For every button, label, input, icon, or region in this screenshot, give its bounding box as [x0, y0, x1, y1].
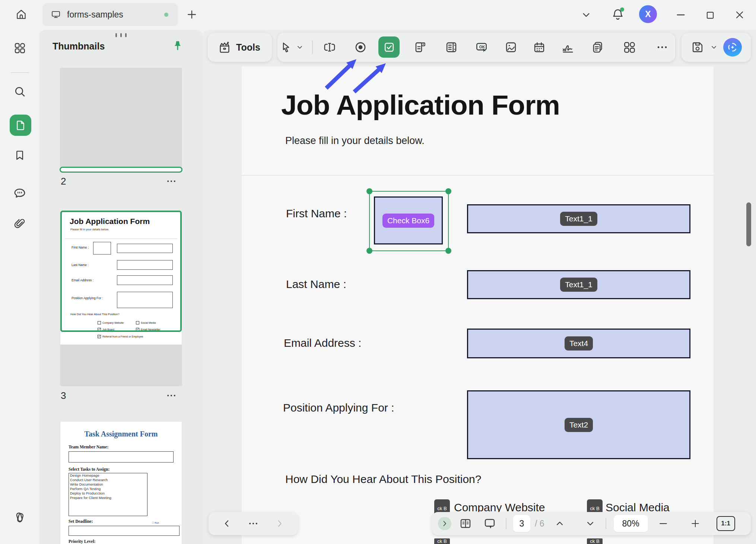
bookmarks-button[interactable] [13, 149, 26, 161]
zoom-in-button[interactable] [690, 518, 701, 529]
next-page-button[interactable] [585, 518, 596, 529]
document-tab[interactable]: forms-samples [42, 3, 178, 26]
prev-page-button[interactable] [221, 518, 232, 529]
comment-icon [13, 186, 27, 200]
ai-assistant-button[interactable] [723, 38, 742, 57]
text-field-last-name[interactable]: Text1_1 [467, 270, 690, 299]
task-field-label: Team Member Name: [69, 445, 108, 449]
zoom-level-input[interactable]: 80% [614, 515, 648, 532]
titlebar: forms-samples X [0, 0, 756, 30]
listbox-tool-button[interactable] [444, 40, 458, 54]
list-item: Deploy to Producction [69, 491, 147, 496]
thumbnails-panel-button[interactable] [10, 115, 31, 136]
zoom-out-button[interactable] [658, 518, 669, 529]
checkbox-icon [382, 41, 396, 54]
presentation-mode-button[interactable] [483, 516, 497, 531]
pin-panel-button[interactable] [172, 39, 184, 51]
select-tool-dropdown[interactable] [296, 43, 304, 51]
save-group [682, 33, 751, 62]
attachments-button[interactable] [13, 217, 26, 231]
close-button[interactable] [734, 9, 746, 21]
plus-icon [690, 518, 701, 529]
swatches-icon [13, 510, 27, 524]
text-field-first-name[interactable]: Text1_1 [467, 204, 690, 233]
arrange-fields-button[interactable] [622, 40, 636, 54]
bookmark-icon [13, 149, 26, 161]
paste-fields-button[interactable] [591, 40, 605, 54]
chevron-down-icon[interactable] [710, 43, 718, 51]
dropdown-tool-button[interactable] [413, 40, 427, 54]
text-field-position[interactable]: Text2 [467, 390, 690, 459]
search-button[interactable] [13, 85, 26, 98]
more-tools-button[interactable] [656, 41, 668, 54]
checkbox-field-partial[interactable]: ck B [434, 499, 450, 513]
pdf-page: Job Application Form Please fill in your… [242, 67, 714, 544]
ellipsis-icon [166, 176, 177, 187]
signature-field-tool-button[interactable] [560, 40, 575, 55]
checkbox-tool-button-active[interactable] [378, 36, 400, 58]
previous-page-button[interactable] [554, 518, 565, 529]
page-layout-button[interactable] [459, 517, 472, 530]
text-field-tool-button[interactable] [323, 40, 337, 54]
page-number-input[interactable]: 3 [513, 515, 530, 532]
avatar[interactable]: X [639, 5, 657, 23]
radio-button-tool-button[interactable] [353, 40, 368, 54]
resize-handle-nw[interactable] [366, 188, 372, 194]
task-input [69, 451, 174, 463]
expand-bar-button[interactable] [438, 517, 451, 530]
resize-handle-se[interactable] [445, 248, 451, 254]
maximize-button[interactable] [705, 10, 716, 21]
page-options-button[interactable] [248, 518, 259, 529]
rail-divider [11, 72, 29, 73]
push-button-tool-button[interactable] [474, 40, 489, 54]
checkbox-field-sliver: ck B [587, 538, 603, 544]
checkbox-field-badge: Check Box6 [382, 214, 434, 228]
select-tool-button[interactable] [279, 41, 292, 54]
pdf-editor-window: forms-samples X Thumbnails 2 Job [0, 0, 756, 544]
image-field-icon [504, 40, 518, 54]
theme-button[interactable] [13, 510, 27, 524]
page-total: / 6 [535, 519, 544, 529]
save-icon[interactable] [690, 40, 705, 54]
heading-how-did-you-hear: How Did You Hear About This Position? [285, 473, 481, 486]
page-2-thumbnail[interactable] [60, 68, 182, 167]
chevron-down-icon [296, 43, 304, 51]
new-tab-button[interactable] [185, 8, 198, 21]
maximize-icon [705, 10, 716, 21]
panel-drag-handle[interactable] [115, 33, 127, 37]
resize-handle-ne[interactable] [445, 188, 451, 194]
minimize-button[interactable] [675, 9, 687, 21]
chevron-left-icon [221, 518, 232, 529]
text-field-email[interactable]: Text4 [467, 329, 690, 358]
presentation-icon [483, 516, 497, 531]
field-badge: Text1_1 [560, 212, 597, 226]
apps-menu-button[interactable] [13, 41, 26, 55]
task-field-label: Select Tasks to Assign: [69, 467, 109, 471]
paperclip-icon [13, 217, 26, 231]
field-badge: Text4 [565, 336, 593, 351]
checkbox-field-partial[interactable]: ck B [587, 499, 603, 513]
dropdown-field-icon [413, 40, 427, 54]
page-2-menu-button[interactable] [166, 176, 177, 187]
checkbox-form-field[interactable]: Check Box6 [374, 196, 443, 244]
page-3-menu-button[interactable] [166, 390, 177, 401]
task-listbox: Design HomepageConduct User ResearchWrit… [69, 473, 147, 516]
next-page-button[interactable] [274, 518, 285, 529]
page-3-thumbnail[interactable]: Job Application Form Please fill in your… [60, 211, 182, 385]
vertical-scrollbar-thumb[interactable] [746, 202, 751, 246]
resize-handle-sw[interactable] [366, 248, 372, 254]
tools-button[interactable]: Tools [208, 33, 272, 62]
page-icon [15, 119, 26, 131]
checkbox-field-sliver: ck B [434, 538, 450, 544]
date-field-tool-button[interactable] [532, 40, 546, 54]
tab-list-button[interactable] [580, 9, 592, 21]
thumbnail-loading-area [60, 345, 182, 385]
task-input [69, 526, 180, 536]
actual-size-button[interactable]: 1:1 [717, 516, 735, 531]
comments-button[interactable] [13, 186, 27, 200]
home-button[interactable] [10, 4, 32, 25]
left-rail [0, 30, 39, 544]
page-4-thumbnail[interactable]: Task Assignment Form Team Member Name: S… [60, 422, 182, 544]
thumb-checkbox-checked [98, 335, 101, 338]
image-field-tool-button[interactable] [504, 40, 518, 54]
